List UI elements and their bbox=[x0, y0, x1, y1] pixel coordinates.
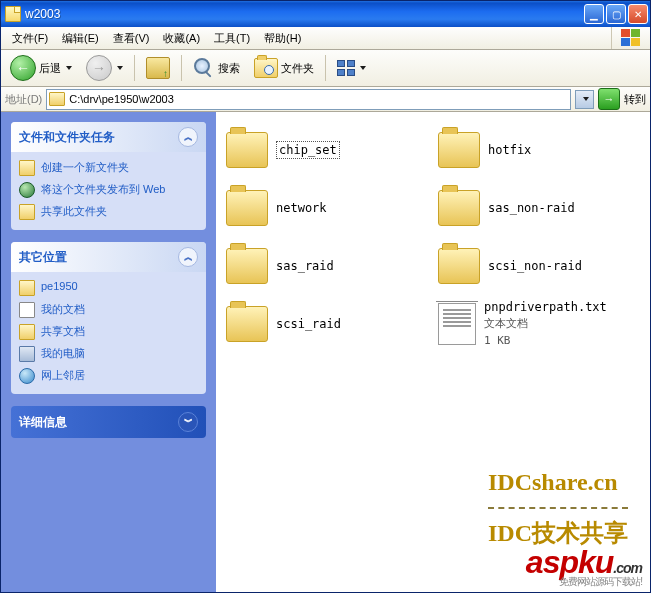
menu-tools[interactable]: 工具(T) bbox=[207, 29, 257, 48]
views-button[interactable] bbox=[332, 54, 371, 82]
file-name: hotfix bbox=[488, 142, 531, 158]
panel-header[interactable]: 其它位置 ︽ bbox=[11, 242, 206, 272]
tasks-panel-file-folder: 文件和文件夹任务 ︽ 创建一个新文件夹 将这个文件夹发布到 Web 共享此文件夹 bbox=[11, 122, 206, 230]
tasks-panel-details[interactable]: 详细信息 ︾ bbox=[11, 406, 206, 438]
minimize-button[interactable]: ▁ bbox=[584, 4, 604, 24]
panel-header[interactable]: 文件和文件夹任务 ︽ bbox=[11, 122, 206, 152]
folder-icon bbox=[438, 248, 480, 284]
svg-rect-2 bbox=[621, 38, 630, 46]
svg-rect-3 bbox=[631, 38, 640, 46]
separator bbox=[325, 55, 326, 81]
folder-item[interactable]: network bbox=[226, 182, 428, 234]
folder-icon bbox=[19, 324, 35, 340]
file-size: 1 KB bbox=[484, 334, 511, 347]
place-pe1950[interactable]: pe1950 bbox=[19, 280, 198, 296]
text-file-icon bbox=[438, 303, 476, 345]
forward-button[interactable]: → bbox=[81, 54, 128, 82]
file-name: pnpdriverpath.txt bbox=[484, 300, 607, 314]
task-share-folder[interactable]: 共享此文件夹 bbox=[19, 204, 198, 220]
maximize-button[interactable]: ▢ bbox=[606, 4, 626, 24]
menu-edit[interactable]: 编辑(E) bbox=[55, 29, 106, 48]
task-publish-web[interactable]: 将这个文件夹发布到 Web bbox=[19, 182, 198, 198]
folder-icon bbox=[438, 132, 480, 168]
menu-fav[interactable]: 收藏(A) bbox=[156, 29, 207, 48]
folder-up-icon bbox=[146, 57, 170, 79]
address-dropdown[interactable] bbox=[575, 90, 594, 109]
chevron-down-icon bbox=[583, 97, 589, 101]
chevron-down-icon bbox=[66, 66, 72, 70]
footer-brand: aspku.com 免费网站源码下载站! bbox=[526, 544, 642, 589]
task-label: 创建一个新文件夹 bbox=[41, 160, 129, 175]
folder-icon bbox=[226, 132, 268, 168]
svg-rect-0 bbox=[621, 29, 630, 37]
task-label: 共享此文件夹 bbox=[41, 204, 107, 219]
file-name-block: pnpdriverpath.txt 文本文档 1 KB bbox=[484, 299, 607, 349]
file-name: sas_non-raid bbox=[488, 200, 575, 216]
go-label: 转到 bbox=[624, 92, 646, 107]
collapse-icon[interactable]: ︽ bbox=[178, 127, 198, 147]
network-icon bbox=[19, 368, 35, 384]
up-button[interactable] bbox=[141, 54, 175, 82]
folder-icon bbox=[49, 92, 65, 106]
menu-view[interactable]: 查看(V) bbox=[106, 29, 157, 48]
separator bbox=[181, 55, 182, 81]
place-my-computer[interactable]: 我的电脑 bbox=[19, 346, 198, 362]
expand-icon[interactable]: ︾ bbox=[178, 412, 198, 432]
file-name: scsi_non-raid bbox=[488, 258, 582, 274]
folder-item[interactable]: scsi_non-raid bbox=[438, 240, 640, 292]
share-icon bbox=[19, 204, 35, 220]
tasks-panel-other-places: 其它位置 ︽ pe1950 我的文档 共享文档 我的电脑 网上邻居 bbox=[11, 242, 206, 394]
menu-bar: 文件(F) 编辑(E) 查看(V) 收藏(A) 工具(T) 帮助(H) bbox=[1, 27, 650, 50]
menu-file[interactable]: 文件(F) bbox=[5, 29, 55, 48]
folder-icon bbox=[226, 306, 268, 342]
title-bar[interactable]: w2003 ▁ ▢ ✕ bbox=[1, 1, 650, 27]
file-item[interactable]: pnpdriverpath.txt 文本文档 1 KB bbox=[438, 298, 640, 350]
folder-icon bbox=[226, 248, 268, 284]
file-name: scsi_raid bbox=[276, 316, 341, 332]
file-type: 文本文档 bbox=[484, 317, 528, 330]
chevron-down-icon bbox=[117, 66, 123, 70]
file-name: network bbox=[276, 200, 327, 216]
folder-item[interactable]: scsi_raid bbox=[226, 298, 428, 350]
folder-icon bbox=[19, 160, 35, 176]
search-icon bbox=[193, 57, 215, 79]
collapse-icon[interactable]: ︽ bbox=[178, 247, 198, 267]
folder-item[interactable]: chip_set bbox=[226, 124, 428, 176]
folder-icon bbox=[5, 6, 21, 22]
folder-item[interactable]: hotfix bbox=[438, 124, 640, 176]
explorer-window: w2003 ▁ ▢ ✕ 文件(F) 编辑(E) 查看(V) 收藏(A) 工具(T… bbox=[0, 0, 651, 593]
computer-icon bbox=[19, 346, 35, 362]
back-button[interactable]: ← 后退 bbox=[5, 54, 77, 82]
folder-icon bbox=[226, 190, 268, 226]
folder-icon bbox=[438, 190, 480, 226]
place-shared-documents[interactable]: 共享文档 bbox=[19, 324, 198, 340]
task-new-folder[interactable]: 创建一个新文件夹 bbox=[19, 160, 198, 176]
close-button[interactable]: ✕ bbox=[628, 4, 648, 24]
search-button[interactable]: 搜索 bbox=[188, 54, 245, 82]
task-label: 我的文档 bbox=[41, 302, 85, 317]
views-icon bbox=[337, 60, 355, 76]
folders-button[interactable]: 文件夹 bbox=[249, 54, 319, 82]
folder-item[interactable]: sas_non-raid bbox=[438, 182, 640, 234]
watermark-line1: IDCshare.cn bbox=[488, 462, 628, 503]
address-field[interactable]: C:\drv\pe1950\w2003 bbox=[46, 89, 571, 110]
panel-title: 详细信息 bbox=[19, 414, 67, 431]
folder-icon bbox=[19, 280, 35, 296]
brand-tld: .com bbox=[613, 560, 642, 576]
menu-help[interactable]: 帮助(H) bbox=[257, 29, 308, 48]
folders-label: 文件夹 bbox=[281, 61, 314, 76]
file-list-area[interactable]: chip_set hotfix network sas_non-raid sas… bbox=[216, 112, 650, 593]
place-network[interactable]: 网上邻居 bbox=[19, 368, 198, 384]
address-label: 地址(D) bbox=[5, 92, 42, 107]
place-my-documents[interactable]: 我的文档 bbox=[19, 302, 198, 318]
folder-item[interactable]: sas_raid bbox=[226, 240, 428, 292]
svg-rect-1 bbox=[631, 29, 640, 37]
separator bbox=[134, 55, 135, 81]
go-button[interactable]: → bbox=[598, 88, 620, 110]
panel-title: 文件和文件夹任务 bbox=[19, 129, 115, 146]
task-label: pe1950 bbox=[41, 280, 78, 292]
documents-icon bbox=[19, 302, 35, 318]
watermark: IDCshare.cn IDC技术共享 bbox=[488, 462, 628, 554]
tasks-pane: 文件和文件夹任务 ︽ 创建一个新文件夹 将这个文件夹发布到 Web 共享此文件夹… bbox=[1, 112, 216, 593]
chevron-down-icon bbox=[360, 66, 366, 70]
